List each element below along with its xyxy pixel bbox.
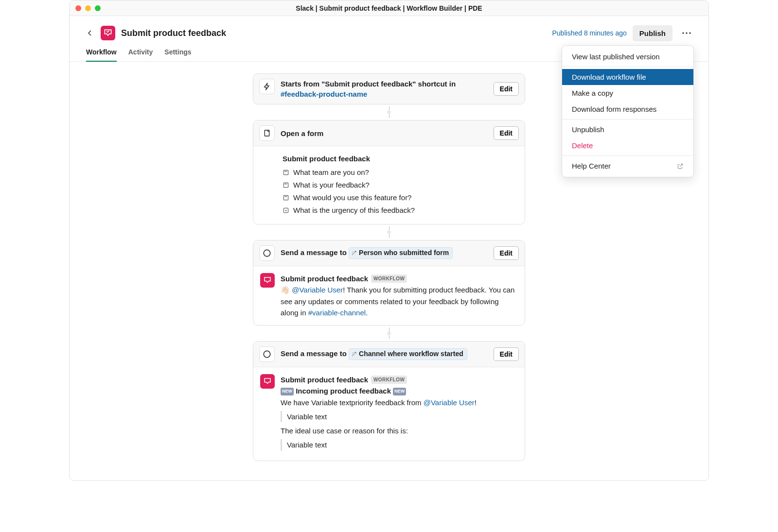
workflow-avatar-icon <box>260 374 275 389</box>
form-icon <box>259 125 275 141</box>
menu-divider <box>562 67 693 67</box>
msg1-text-end: . <box>366 309 368 317</box>
back-button[interactable] <box>83 26 97 40</box>
message1-title: Send a message to Person who submitted f… <box>281 247 453 259</box>
menu-divider <box>562 119 693 120</box>
menu-download-workflow-file[interactable]: Download workflow file <box>562 69 693 85</box>
step-trigger: Starts from "Submit product feedback" sh… <box>253 73 525 104</box>
menu-view-last-published[interactable]: View last published version <box>562 49 693 65</box>
recipient-label: Channel where workflow started <box>359 349 463 359</box>
step-connector <box>388 104 390 120</box>
workflow-badge: WORKFLOW <box>371 376 407 384</box>
form-body: Submit product feedback What team are yo… <box>253 146 525 224</box>
text-field-icon <box>283 169 289 176</box>
msg2-headline: NEW Incoming product feedback NEW <box>281 385 477 396</box>
menu-download-form-responses[interactable]: Download form responses <box>562 101 693 117</box>
menu-help-center-label: Help Center <box>572 162 611 170</box>
channel-link[interactable]: #variable-channel <box>308 309 366 317</box>
svg-rect-4 <box>283 170 288 174</box>
svg-rect-7 <box>283 208 288 212</box>
svg-point-8 <box>264 250 270 257</box>
step-connector <box>388 224 390 240</box>
recipient-variable-chip[interactable]: Channel where workflow started <box>349 348 467 360</box>
form-field-2: What would you use this feature for? <box>283 192 518 204</box>
msg2-prefix: Send a message to <box>281 349 349 358</box>
svg-point-9 <box>264 351 270 358</box>
publish-button[interactable]: Publish <box>633 25 672 41</box>
new-badge-icon: NEW <box>393 388 406 395</box>
msg2-line1-before: We have Variable textpriority feedback f… <box>281 398 424 407</box>
form-field-label: What is your feedback? <box>293 179 370 191</box>
trigger-edit-button[interactable]: Edit <box>494 82 519 96</box>
msg1-sender: Submit product feedback <box>281 273 368 284</box>
recipient-label: Person who submitted form <box>359 248 449 258</box>
menu-unpublish[interactable]: Unpublish <box>562 121 693 137</box>
recipient-variable-chip[interactable]: Person who submitted form <box>349 247 453 259</box>
message2-title: Send a message to Channel where workflow… <box>281 348 467 360</box>
svg-rect-5 <box>283 183 288 187</box>
svg-rect-3 <box>265 130 269 136</box>
page-title: Submit product feedback <box>121 28 226 38</box>
form-step-title: Open a form <box>281 128 323 138</box>
trigger-channel-link[interactable]: #feedback-product-name <box>281 90 367 98</box>
menu-help-center[interactable]: Help Center <box>562 158 693 174</box>
step-message-1: Send a message to Person who submitted f… <box>253 240 525 326</box>
msg1-edit-button[interactable]: Edit <box>494 246 519 260</box>
external-link-icon <box>677 163 684 170</box>
step-connector <box>388 326 390 341</box>
wand-icon <box>351 351 357 357</box>
window-title: Slack | Submit product feedback | Workfl… <box>70 4 708 12</box>
quote-block-2: Variable text <box>281 439 477 450</box>
menu-delete[interactable]: Delete <box>562 137 693 154</box>
form-field-label: What would you use this feature for? <box>293 192 411 204</box>
form-edit-button[interactable]: Edit <box>494 126 519 140</box>
text-field-icon <box>283 182 289 189</box>
app-window: Slack | Submit product feedback | Workfl… <box>69 0 709 481</box>
workflow-app-icon <box>101 26 115 40</box>
wand-icon <box>351 250 357 256</box>
form-field-3: What is the urgency of this feedback? <box>283 205 518 216</box>
msg2-sender: Submit product feedback <box>281 374 368 385</box>
quote-block-1: Variable text <box>281 411 477 422</box>
msg1-body: Submit product feedback WORKFLOW 👋🏻 @Var… <box>253 266 525 325</box>
msg2-edit-button[interactable]: Edit <box>494 347 519 361</box>
message-icon <box>259 346 275 362</box>
titlebar: Slack | Submit product feedback | Workfl… <box>70 0 708 16</box>
user-mention[interactable]: @Variable User <box>424 398 475 407</box>
lightning-icon <box>259 79 275 94</box>
menu-make-copy[interactable]: Make a copy <box>562 85 693 101</box>
trigger-text: Starts from "Submit product feedback" sh… <box>281 80 456 88</box>
tab-activity[interactable]: Activity <box>128 48 153 61</box>
msg1-text: 👋🏻 @Variable User! Thank you for submitt… <box>281 284 518 318</box>
new-badge-icon: NEW <box>281 388 294 395</box>
msg1-prefix: Send a message to <box>281 248 349 257</box>
msg2-headline-text: Incoming product feedback <box>294 387 393 395</box>
form-field-1: What is your feedback? <box>283 179 518 191</box>
message-icon <box>259 245 275 261</box>
tab-settings[interactable]: Settings <box>164 48 191 61</box>
form-field-0: What team are you on? <box>283 167 518 178</box>
select-field-icon <box>283 207 289 214</box>
user-mention[interactable]: @Variable User <box>292 286 343 294</box>
tab-workflow[interactable]: Workflow <box>86 48 117 62</box>
step-form: Open a form Edit Submit product feedback… <box>253 120 525 224</box>
msg2-line1-after: ! <box>475 398 477 407</box>
workflow-badge: WORKFLOW <box>371 275 407 283</box>
form-field-label: What team are you on? <box>293 167 369 178</box>
msg2-body: Submit product feedback WORKFLOW NEW Inc… <box>253 367 525 461</box>
svg-point-1 <box>686 32 687 34</box>
more-actions-menu: View last published version Download wor… <box>562 45 694 177</box>
menu-divider <box>562 155 693 156</box>
more-actions-button[interactable] <box>678 25 695 41</box>
workflow-avatar-icon <box>260 273 275 288</box>
msg2-line1: We have Variable textpriority feedback f… <box>281 397 477 408</box>
trigger-title: Starts from "Submit product feedback" sh… <box>281 79 488 99</box>
published-status[interactable]: Published 8 minutes ago <box>552 29 627 37</box>
svg-rect-6 <box>283 195 288 200</box>
svg-point-2 <box>689 32 690 34</box>
svg-point-0 <box>682 32 684 34</box>
page-header: Submit product feedback Published 8 minu… <box>70 16 708 41</box>
form-field-label: What is the urgency of this feedback? <box>293 205 415 216</box>
text-field-icon <box>283 194 289 201</box>
msg2-line2: The ideal use case or reason for this is… <box>281 425 477 436</box>
